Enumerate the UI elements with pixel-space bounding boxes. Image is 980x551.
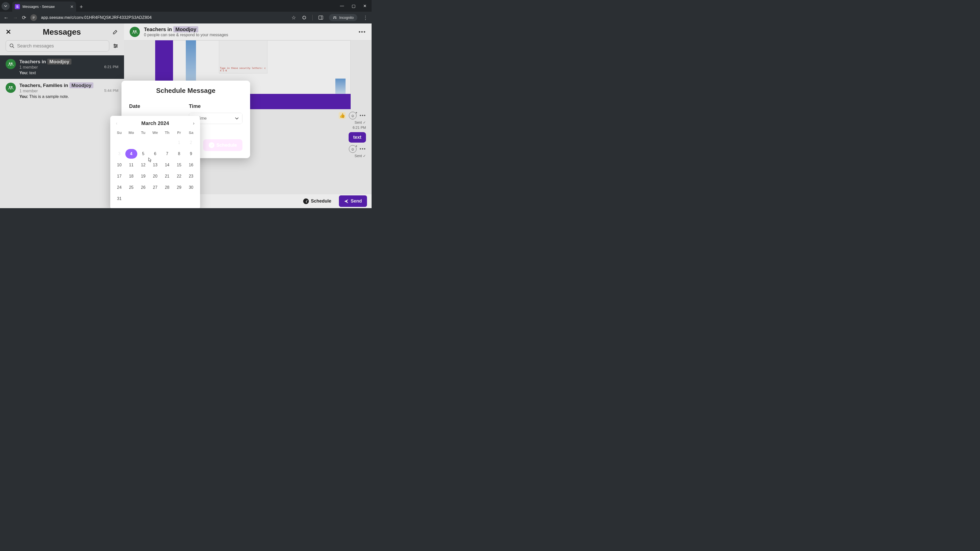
schedule-submit-button[interactable]: Schedule <box>203 139 242 151</box>
add-reaction-icon[interactable]: ☺ <box>349 112 356 119</box>
sidepanel-icon[interactable] <box>318 15 323 20</box>
extensions-icon[interactable] <box>302 15 307 20</box>
calendar-day[interactable]: 17 <box>113 171 125 181</box>
conversation-avatar <box>6 83 16 93</box>
close-sidebar-button[interactable]: ✕ <box>6 28 11 36</box>
calendar-day[interactable]: 8 <box>173 149 185 159</box>
calendar-day[interactable]: 2 <box>185 138 197 148</box>
calendar-grid: SuMoTuWeThFrSa12345678910111213141516171… <box>113 129 197 203</box>
conversation-item[interactable]: Teachers in Moodjoy 1 member You: text 6… <box>0 55 124 79</box>
close-icon[interactable]: ✕ <box>363 3 366 8</box>
modal-title: Schedule Message <box>129 87 242 95</box>
search-input[interactable]: Search messages <box>6 40 109 52</box>
calendar-day[interactable]: 22 <box>173 171 185 181</box>
calendar-day[interactable]: 23 <box>185 171 197 181</box>
calendar-day[interactable]: 5 <box>137 149 149 159</box>
svg-point-10 <box>11 86 13 88</box>
calendar-day[interactable]: 10 <box>113 160 125 170</box>
calendar-day[interactable]: 16 <box>185 160 197 170</box>
browser-menu-icon[interactable]: ⋮ <box>363 14 368 21</box>
calendar-day <box>149 138 161 148</box>
month-label: March 2024 <box>142 121 169 126</box>
calendar-day[interactable]: 28 <box>161 183 173 192</box>
svg-point-9 <box>9 86 11 88</box>
conversation-time: 5:44 PM <box>104 88 118 93</box>
calendar-day[interactable]: 29 <box>173 183 185 192</box>
calendar-day <box>125 138 137 148</box>
conversation-preview: You: This is a sample note. <box>19 94 100 99</box>
calendar-day[interactable]: 15 <box>173 160 185 170</box>
calendar-day[interactable]: 3 <box>113 149 125 159</box>
address-bar[interactable]: app.seesaw.me/c/conv.01HR4FNQSKJRF4332PS… <box>41 15 287 20</box>
svg-point-12 <box>135 30 137 32</box>
clock-icon <box>209 142 215 148</box>
svg-point-8 <box>11 62 13 64</box>
messages-sidebar: ✕ Messages Search messages Teachers in M… <box>0 24 124 208</box>
svg-point-5 <box>116 45 117 46</box>
calendar-day[interactable]: 13 <box>149 160 161 170</box>
chat-more-icon[interactable]: ••• <box>359 29 366 35</box>
conversation-time: 6:21 PM <box>104 65 118 69</box>
calendar-day[interactable]: 31 <box>113 194 125 203</box>
calendar-day[interactable]: 20 <box>149 171 161 181</box>
reaction-thumbs-up[interactable]: 👍 <box>339 112 346 119</box>
calendar-day[interactable]: 18 <box>125 171 137 181</box>
chat-avatar <box>130 27 140 37</box>
minimize-icon[interactable]: — <box>340 3 344 8</box>
new-tab-button[interactable]: + <box>80 3 83 10</box>
calendar-day[interactable]: 4 <box>125 149 137 159</box>
sidebar-header: ✕ Messages <box>0 24 124 40</box>
svg-point-11 <box>133 30 135 32</box>
incognito-badge[interactable]: Incognito <box>329 14 357 21</box>
svg-point-2 <box>10 44 13 47</box>
calendar-weekday: Su <box>113 129 125 136</box>
calendar-day[interactable]: 9 <box>185 149 197 159</box>
attachment-caption: Type in these security letters: c 4 5 K <box>219 66 267 73</box>
calendar-day[interactable]: 12 <box>137 160 149 170</box>
calendar-day[interactable]: 1 <box>173 138 185 148</box>
calendar-weekday: Sa <box>185 129 197 136</box>
tabs-dropdown[interactable] <box>2 2 10 10</box>
calendar-day[interactable]: 6 <box>149 149 161 159</box>
conversation-preview: You: text <box>19 71 100 75</box>
calendar-day[interactable]: 26 <box>137 183 149 192</box>
calendar-day[interactable]: 21 <box>161 171 173 181</box>
calendar-day[interactable]: 30 <box>185 183 197 192</box>
calendar-day[interactable]: 14 <box>161 160 173 170</box>
bookmark-icon[interactable]: ☆ <box>291 14 296 21</box>
schedule-button[interactable]: Schedule <box>299 196 335 206</box>
next-month-button[interactable]: › <box>193 121 194 126</box>
calendar-day[interactable]: 27 <box>149 183 161 192</box>
compose-icon[interactable] <box>112 29 118 35</box>
chat-title: Teachers in Moodjoy <box>144 27 228 32</box>
calendar-day[interactable]: 7 <box>161 149 173 159</box>
calendar-day[interactable]: 19 <box>137 171 149 181</box>
svg-point-6 <box>115 47 116 48</box>
calendar-day[interactable]: 11 <box>125 160 137 170</box>
site-info-icon[interactable] <box>30 14 37 21</box>
toolbar-divider <box>312 15 313 21</box>
svg-rect-0 <box>319 16 323 19</box>
conversation-list: Teachers in Moodjoy 1 member You: text 6… <box>0 55 124 103</box>
maximize-icon[interactable]: ▢ <box>352 3 355 8</box>
clock-icon <box>303 198 309 204</box>
reload-icon[interactable]: ⟳ <box>22 14 26 21</box>
message-more-icon[interactable]: ••• <box>360 146 366 152</box>
browser-tab[interactable]: S Messages - Seesaw ✕ <box>12 2 76 12</box>
add-reaction-icon[interactable]: ☺ <box>349 145 356 153</box>
tab-close-icon[interactable]: ✕ <box>70 4 73 9</box>
svg-line-3 <box>13 47 14 48</box>
prev-month-button[interactable]: ‹ <box>116 121 118 126</box>
conversation-item[interactable]: Teachers, Families in Moodjoy 1 member Y… <box>0 79 124 103</box>
tab-title: Messages - Seesaw <box>22 5 55 9</box>
send-button[interactable]: Send <box>339 195 367 207</box>
browser-toolbar: ← → ⟳ app.seesaw.me/c/conv.01HR4FNQSKJRF… <box>0 12 372 24</box>
back-icon[interactable]: ← <box>3 15 9 21</box>
filter-icon[interactable] <box>113 43 118 49</box>
calendar-day[interactable]: 25 <box>125 183 137 192</box>
calendar-day[interactable]: 24 <box>113 183 125 192</box>
message-bubble[interactable]: text <box>348 132 366 143</box>
chat-header: Teachers in Moodjoy 0 people can see & r… <box>124 24 372 40</box>
message-more-icon[interactable]: ••• <box>360 113 366 118</box>
calendar-weekday: Mo <box>125 129 137 136</box>
